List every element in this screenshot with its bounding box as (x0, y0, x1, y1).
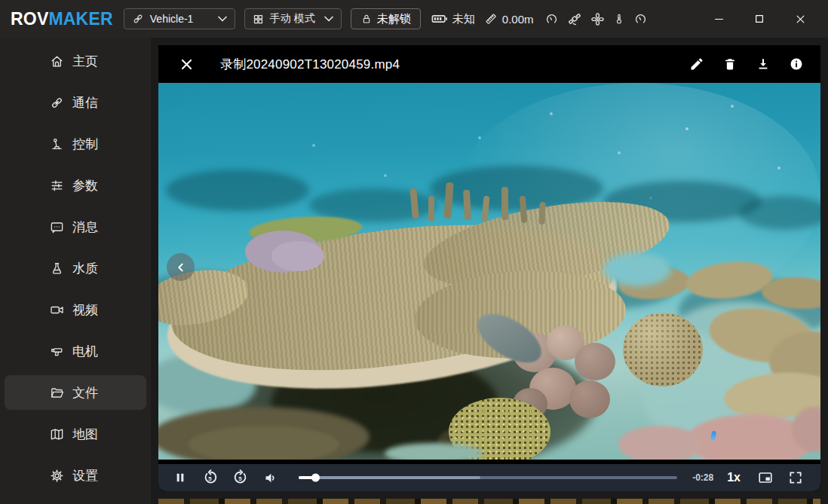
water-gap-highlight (603, 252, 671, 286)
rewind-5-icon[interactable]: 5 (199, 466, 222, 489)
video-frame[interactable] (158, 83, 820, 460)
arm-button[interactable]: 未解锁 (351, 8, 421, 29)
coral-branch (501, 187, 508, 220)
pause-icon[interactable] (169, 466, 192, 489)
delete-icon[interactable] (722, 57, 738, 72)
lavender-coral (271, 241, 324, 271)
boulder-coral (623, 313, 703, 386)
download-icon[interactable] (756, 57, 771, 72)
folder-icon (50, 386, 64, 400)
sidebar-item-map[interactable]: 地图 (5, 417, 146, 451)
link-icon (50, 96, 64, 110)
minimize-button[interactable] (707, 8, 730, 30)
sidebar-item-label: 消息 (72, 218, 101, 236)
lock-icon (360, 13, 373, 25)
depth-status-label: 0.00m (502, 13, 534, 26)
info-icon[interactable] (789, 57, 804, 72)
map-icon (50, 427, 64, 441)
logo-maker: MAKER (48, 9, 112, 29)
edit-icon[interactable] (689, 57, 704, 72)
sidebar-item-home[interactable]: 主页 (5, 44, 146, 78)
joystick-icon (50, 137, 64, 151)
video-camera-icon (50, 303, 64, 317)
vehicle-select-value: Vehicle-1 (150, 13, 212, 25)
coral-branch (443, 182, 453, 219)
bulb-coral (569, 380, 610, 418)
seek-thumb[interactable] (311, 474, 320, 482)
video-player-modal: 录制20240902T13020459.mp4 (158, 45, 820, 491)
sidebar-item-files[interactable]: 文件 (5, 375, 146, 410)
close-icon[interactable] (178, 56, 195, 72)
sidebar-item-settings[interactable]: 设置 (5, 458, 146, 493)
mode-select-value: 手动 模式 (270, 12, 318, 26)
svg-text:5: 5 (208, 475, 212, 482)
chevron-down-icon (218, 16, 227, 22)
flask-icon (50, 261, 64, 276)
previous-media-button[interactable] (167, 253, 195, 281)
arm-button-label: 未解锁 (377, 12, 411, 26)
sidebar-item-label: 参数 (72, 177, 101, 194)
app-logo: ROVMAKER (11, 9, 113, 29)
seek-buffered (299, 476, 480, 479)
sidebar-item-params[interactable]: 参数 (5, 168, 146, 203)
satellite-icon (567, 11, 582, 26)
vehicle-select[interactable]: Vehicle-1 (124, 8, 235, 29)
sidebar-item-label: 电机 (72, 343, 101, 360)
coral-branch (538, 202, 546, 225)
status-icon-cluster (544, 11, 648, 26)
top-toolbar: ROVMAKER Vehicle-1 手动 模式 未解锁 未知 0.00m (0, 0, 828, 38)
battery-status: 未知 (431, 12, 475, 26)
file-thumbnails-strip (158, 499, 820, 504)
gear-icon (50, 469, 64, 483)
reef-silhouette (739, 196, 820, 230)
svg-text:5: 5 (238, 475, 242, 482)
sidebar-item-label: 控制 (72, 136, 101, 153)
battery-status-label: 未知 (452, 12, 475, 26)
water-particles (158, 83, 160, 84)
forward-5-icon[interactable]: 5 (229, 466, 252, 489)
volume-icon[interactable] (259, 466, 282, 489)
close-window-button[interactable] (789, 8, 811, 30)
seek-track (299, 476, 677, 479)
seek-bar[interactable] (299, 472, 677, 484)
reef-rubble (189, 426, 339, 460)
sidebar-item-label: 水质 (72, 260, 101, 277)
sidebar-item-motors[interactable]: 电机 (5, 334, 146, 368)
picture-in-picture-icon[interactable] (754, 466, 777, 489)
sidebar-item-label: 设置 (72, 467, 101, 484)
main-area: 录制20240902T13020459.mp4 (151, 38, 828, 504)
link-icon (132, 13, 144, 25)
sidebar-item-water-quality[interactable]: 水质 (5, 251, 146, 286)
content-area: 主页 通信 控制 参数 消息 水质 (0, 38, 828, 504)
ruler-icon (484, 12, 498, 26)
sidebar-item-label: 主页 (72, 53, 101, 70)
home-icon (50, 54, 64, 69)
mode-grid-icon (253, 14, 264, 25)
player-controls: 5 5 -0:28 1x (158, 464, 820, 491)
gauge-icon (544, 12, 559, 26)
sidebar-item-label: 视频 (72, 301, 101, 319)
sand-streak (385, 443, 483, 460)
window-controls (707, 8, 817, 30)
sidebar-item-control[interactable]: 控制 (5, 127, 146, 161)
sidebar-item-label: 通信 (72, 94, 101, 111)
playback-speed-button[interactable]: 1x (727, 471, 741, 484)
motor-icon (50, 344, 64, 359)
fan-icon (590, 12, 605, 26)
video-title: 录制20240902T13020459.mp4 (220, 56, 689, 73)
thermometer-icon (613, 12, 625, 26)
maximize-button[interactable] (748, 8, 771, 30)
sidebar-item-video[interactable]: 视频 (5, 292, 146, 327)
sidebar-item-comms[interactable]: 通信 (5, 85, 146, 120)
time-remaining: -0:28 (692, 472, 713, 483)
chevron-down-icon (324, 16, 333, 22)
player-actions (689, 57, 804, 72)
mode-select[interactable]: 手动 模式 (244, 8, 342, 29)
sidebar-item-messages[interactable]: 消息 (5, 209, 146, 244)
sidebar-nav: 主页 通信 控制 参数 消息 水质 (0, 38, 151, 504)
sidebar-item-label: 地图 (72, 426, 101, 443)
pink-coral (618, 426, 701, 460)
fullscreen-icon[interactable] (784, 466, 807, 489)
depth-status: 0.00m (484, 12, 534, 26)
message-icon (50, 220, 64, 234)
